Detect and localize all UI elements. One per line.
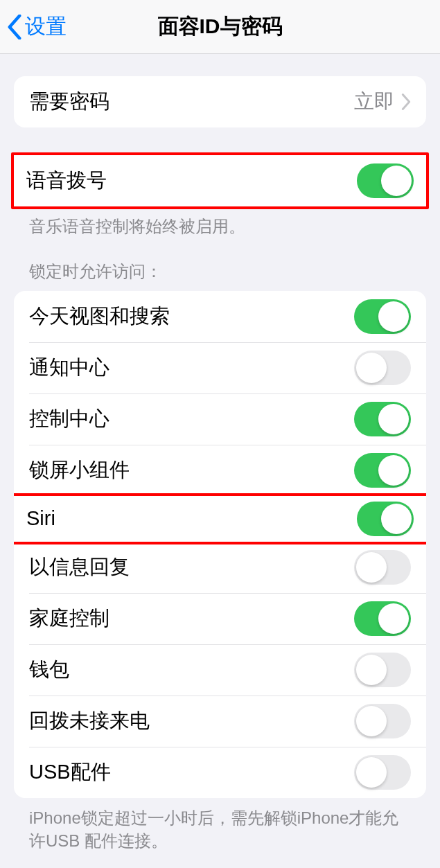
lock-access-label: 家庭控制 bbox=[29, 605, 109, 632]
voice-dial-group: 语音拨号 bbox=[11, 152, 429, 209]
lock-access-toggle[interactable] bbox=[354, 351, 411, 385]
require-passcode-label: 需要密码 bbox=[29, 88, 109, 116]
voice-dial-footer: 音乐语音控制将始终被启用。 bbox=[14, 206, 426, 238]
page-title: 面容ID与密码 bbox=[158, 12, 283, 41]
lock-access-toggle[interactable] bbox=[354, 704, 411, 738]
lock-access-toggle[interactable] bbox=[354, 653, 411, 687]
lock-access-header: 锁定时允许访问： bbox=[14, 238, 426, 283]
lock-access-row: 通知中心 bbox=[14, 342, 426, 393]
lock-access-row: 家庭控制 bbox=[14, 593, 426, 644]
lock-access-toggle[interactable] bbox=[354, 299, 411, 334]
lock-access-row: 钱包 bbox=[14, 644, 426, 696]
lock-access-group: 今天视图和搜索通知中心控制中心锁屏小组件Siri以信息回复家庭控制钱包回拨未接来… bbox=[14, 291, 426, 798]
chevron-left-icon bbox=[7, 15, 22, 39]
lock-access-row: 今天视图和搜索 bbox=[14, 291, 426, 342]
require-passcode-value: 立即 bbox=[354, 88, 394, 116]
lock-access-toggle[interactable] bbox=[354, 601, 411, 636]
voice-dial-toggle[interactable] bbox=[357, 163, 414, 198]
back-label: 设置 bbox=[25, 12, 67, 41]
lock-access-footer: iPhone锁定超过一小时后，需先解锁iPhone才能允许USB 配件连接。 bbox=[14, 798, 426, 853]
lock-access-label: Siri bbox=[26, 507, 55, 530]
lock-access-row: USB配件 bbox=[14, 747, 426, 798]
passcode-group: 需要密码 立即 bbox=[14, 76, 426, 127]
lock-access-row: 以信息回复 bbox=[14, 542, 426, 593]
lock-access-label: 控制中心 bbox=[29, 405, 109, 433]
lock-access-label: 回拨未接来电 bbox=[29, 707, 150, 735]
lock-access-label: 今天视图和搜索 bbox=[29, 303, 170, 330]
lock-access-label: 锁屏小组件 bbox=[29, 457, 130, 484]
lock-access-label: 通知中心 bbox=[29, 354, 109, 382]
lock-access-label: 钱包 bbox=[29, 656, 69, 684]
lock-access-toggle[interactable] bbox=[357, 502, 414, 536]
back-button[interactable]: 设置 bbox=[0, 12, 67, 41]
lock-access-label: 以信息回复 bbox=[29, 553, 130, 581]
chevron-right-icon bbox=[401, 94, 411, 110]
lock-access-row: Siri bbox=[14, 493, 426, 544]
lock-access-row: 锁屏小组件 bbox=[14, 445, 426, 496]
lock-access-toggle[interactable] bbox=[354, 755, 411, 790]
lock-access-row: 控制中心 bbox=[14, 393, 426, 445]
lock-access-row: 回拨未接来电 bbox=[14, 696, 426, 747]
lock-access-label: USB配件 bbox=[29, 759, 111, 786]
voice-dial-label: 语音拨号 bbox=[26, 167, 107, 195]
voice-dial-row: 语音拨号 bbox=[14, 155, 426, 206]
require-passcode-row[interactable]: 需要密码 立即 bbox=[14, 76, 426, 127]
require-passcode-value-wrap: 立即 bbox=[354, 88, 411, 116]
navigation-bar: 设置 面容ID与密码 bbox=[0, 0, 440, 54]
lock-access-toggle[interactable] bbox=[354, 402, 411, 436]
lock-access-toggle[interactable] bbox=[354, 453, 411, 488]
lock-access-toggle[interactable] bbox=[354, 550, 411, 585]
